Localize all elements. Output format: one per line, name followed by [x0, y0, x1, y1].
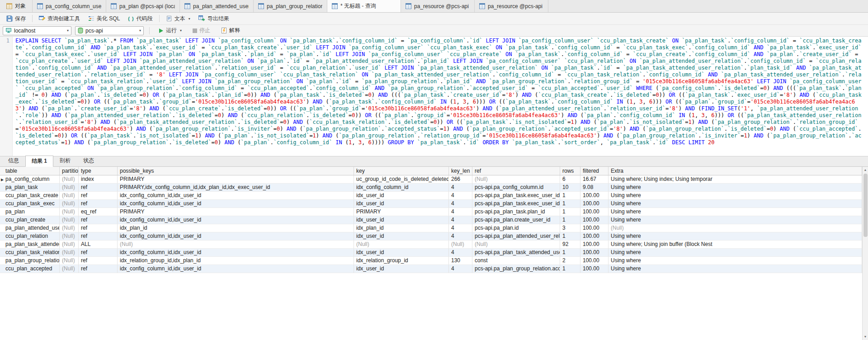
grid-cell[interactable]: 1 [560, 265, 580, 273]
grid-cell[interactable]: (Null) [60, 249, 79, 257]
grid-cell[interactable]: (Null) [60, 265, 79, 273]
run-button[interactable]: 运行 ▾ [155, 25, 185, 36]
grid-cell[interactable]: ref [79, 192, 118, 200]
table-row[interactable]: pa_plan_group_relation(Null)refidx_relat… [0, 257, 862, 265]
grid-cell[interactable]: 1 [560, 208, 580, 216]
grid-cell[interactable]: (Null) [60, 257, 79, 265]
text-menu-button[interactable]: 文本 ▾ [162, 14, 194, 24]
beautify-sql-button[interactable]: 美化 SQL [85, 14, 123, 24]
tab-query-pa-plan-group-relation[interactable]: pa_plan_group_relation @p... [254, 0, 327, 12]
grid-cell[interactable]: 100.00 [580, 192, 609, 200]
grid-cell[interactable]: 1 [560, 232, 580, 241]
grid-cell[interactable]: idx_relation_group_id,idx_plan_id [118, 257, 354, 265]
grid-cell[interactable]: 6 [560, 175, 580, 184]
grid-cell[interactable]: idx_config_column_id,idx_user_id [118, 232, 354, 241]
sql-editor[interactable]: 1 EXPLAIN SELECT `pa_plan_task`.* FROM `… [0, 37, 868, 156]
explain-button[interactable]: 解释 [217, 25, 244, 36]
grid-cell[interactable]: PRIMARY [118, 175, 354, 184]
tab-query-pa-resource-1[interactable]: pa_resource @pcs-api (loca... [401, 0, 475, 12]
grid-cell[interactable]: pcs-api.pa_plan_task_attended_user_rela [472, 249, 560, 257]
grid-cell[interactable]: ref [79, 216, 118, 224]
grid-cell[interactable]: 100.00 [580, 232, 609, 241]
tab-query-pa-plan[interactable]: pa_plan @pcs-api (localhos... [106, 0, 180, 12]
grid-cell[interactable]: idx_config_column_id,idx_user_id [118, 200, 354, 208]
grid-cell[interactable]: Using where [609, 257, 862, 265]
column-header-partitions[interactable]: partitions [60, 167, 79, 175]
grid-cell[interactable]: 4 [449, 216, 472, 224]
grid-cell[interactable]: pcs-api.pa_plan_task.exec_user_id [472, 200, 560, 208]
grid-cell[interactable]: Using where; Using index; Using temporar [609, 175, 862, 184]
grid-cell[interactable]: (Null) [60, 184, 79, 192]
grid-cell[interactable]: 100.00 [580, 208, 609, 216]
grid-cell[interactable]: ccu_plan_task_exec [0, 200, 60, 208]
grid-cell[interactable]: 100.00 [580, 257, 609, 265]
grid-cell[interactable]: ▶pa_config_column [0, 175, 60, 184]
grid-cell[interactable]: ref [79, 184, 118, 192]
grid-cell[interactable]: 92 [560, 241, 580, 249]
grid-cell[interactable]: ccu_plan_create [0, 216, 60, 224]
grid-cell[interactable]: (Null) [472, 241, 560, 249]
grid-cell[interactable]: 9.08 [580, 184, 609, 192]
grid-cell[interactable]: pa_plan_task [0, 184, 60, 192]
save-button[interactable]: 保存 [3, 14, 29, 24]
grid-cell[interactable]: (Null) [60, 175, 79, 184]
grid-cell[interactable]: (Null) [609, 224, 862, 232]
table-row[interactable]: ccu_plan_task_create(Null)refidx_config_… [0, 192, 862, 200]
grid-cell[interactable]: 4 [449, 184, 472, 192]
grid-cell[interactable]: 4 [449, 265, 472, 273]
grid-cell[interactable]: idx_relation_group_id [354, 257, 449, 265]
grid-cell[interactable]: idx_user_id [354, 192, 449, 200]
table-row[interactable]: ccu_plan_task_relation(Null)refidx_confi… [0, 249, 862, 257]
grid-cell[interactable]: pcs-api.pa_plan_task.plan_id [472, 208, 560, 216]
table-row[interactable]: ccu_plan_create(Null)refidx_config_colum… [0, 216, 862, 224]
stop-button[interactable]: 停止 [189, 25, 214, 36]
table-row[interactable]: pa_plan_task(Null)refPRIMARY,idx_config_… [0, 184, 862, 192]
tab-query-pa-plan-attended-user-relation[interactable]: pa_plan_attended_user_relat... [180, 0, 254, 12]
grid-cell[interactable]: 3 [560, 224, 580, 232]
grid-cell[interactable]: (Null) [60, 232, 79, 241]
grid-cell[interactable]: pa_plan_group_relation [0, 257, 60, 265]
tab-objects[interactable]: 对象 [0, 0, 33, 12]
result-tab-status[interactable]: 状态 [77, 155, 100, 166]
sql-code[interactable]: EXPLAIN SELECT `pa_plan_task`.* FROM `pa… [13, 37, 868, 156]
grid-cell[interactable]: ccu_plan_task_relation [0, 249, 60, 257]
grid-cell[interactable]: (Null) [60, 200, 79, 208]
grid-cell[interactable]: (Null) [472, 175, 560, 184]
column-header-ref[interactable]: ref [472, 167, 560, 175]
grid-cell[interactable]: idx_config_column_id,idx_user_id [118, 216, 354, 224]
grid-cell[interactable]: (Null) [449, 241, 472, 249]
grid-cell[interactable]: 130 [449, 257, 472, 265]
grid-cell[interactable]: pcs-api.pa_plan.id [472, 224, 560, 232]
column-header-key[interactable]: key [354, 167, 449, 175]
table-row[interactable]: ccu_plan_relation(Null)refidx_config_col… [0, 232, 862, 241]
result-tab-result-1[interactable]: 结果 1 [25, 156, 53, 167]
table-row[interactable]: ccu_plan_task_exec(Null)refidx_config_co… [0, 200, 862, 208]
grid-cell[interactable]: pcs-api.pa_plan_attended_user_relation. [472, 232, 560, 241]
grid-cell[interactable]: 4 [449, 192, 472, 200]
grid-cell[interactable]: ref [79, 224, 118, 232]
grid-cell[interactable]: PRIMARY [354, 208, 449, 216]
grid-cell[interactable]: (Null) [60, 241, 79, 249]
vertical-scrollbar[interactable]: ▲ ▼ [862, 167, 868, 340]
grid-cell[interactable]: 4 [449, 249, 472, 257]
grid-cell[interactable]: Using where [609, 216, 862, 224]
grid-cell[interactable]: pcs-api.pa_plan_task.exec_user_id [472, 192, 560, 200]
grid-cell[interactable]: idx_user_id [354, 232, 449, 241]
grid-cell[interactable]: Using where; Using join buffer (Block Ne… [609, 241, 862, 249]
column-header-rows[interactable]: rows [560, 167, 580, 175]
grid-cell[interactable]: ccu_plan_task_create [0, 192, 60, 200]
grid-cell[interactable]: Using where [609, 208, 862, 216]
grid-cell[interactable]: (Null) [354, 241, 449, 249]
grid-cell[interactable]: idx_plan_id [118, 224, 354, 232]
grid-cell[interactable]: PRIMARY,idx_config_column_id,idx_plan_id… [118, 184, 354, 192]
grid-cell[interactable]: 100.00 [580, 216, 609, 224]
grid-cell[interactable]: pcs-api.pa_plan.create_user_id [472, 216, 560, 224]
grid-cell[interactable]: (Null) [118, 241, 354, 249]
grid-cell[interactable]: PRIMARY [118, 208, 354, 216]
table-row[interactable]: ▶pa_config_column(Null)indexPRIMARYuc_gr… [0, 175, 862, 184]
grid-cell[interactable]: 1 [560, 200, 580, 208]
scroll-down-arrow[interactable]: ▼ [863, 334, 868, 340]
column-header-type[interactable]: type [79, 167, 118, 175]
database-select[interactable]: pcs-api ▾ [75, 26, 144, 35]
grid-cell[interactable]: idx_config_column_id,idx_user_id [118, 249, 354, 257]
